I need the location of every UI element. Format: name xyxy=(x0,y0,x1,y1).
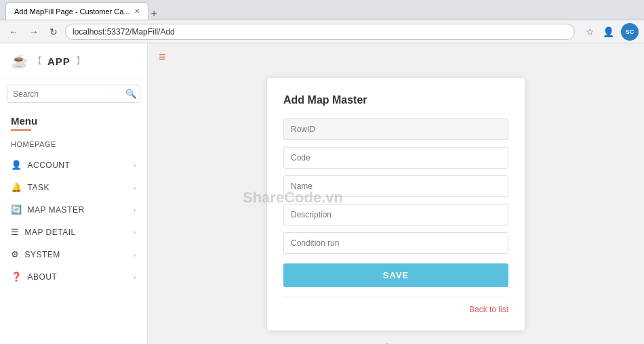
account-icon: 👤 xyxy=(11,160,22,170)
map-master-label: MAP MASTER xyxy=(28,205,85,215)
page-footer: Copyright © ShareCode.vn xyxy=(148,337,644,344)
sidebar-menu-underline xyxy=(11,129,31,131)
sidebar-bracket-close: 】 xyxy=(76,55,85,67)
description-field[interactable] xyxy=(283,204,508,225)
code-field[interactable] xyxy=(283,147,508,169)
card-footer: Back to list xyxy=(283,297,508,314)
sidebar-header: ☕ 【 APP 】 xyxy=(0,43,147,79)
about-arrow-icon: › xyxy=(134,273,136,281)
rowid-field xyxy=(283,119,508,140)
address-row: ← → ↻ localhost:53372/MapFill/Add ☆ 👤 SC xyxy=(0,20,644,43)
task-arrow-icon: › xyxy=(134,184,136,192)
sidebar-item-task[interactable]: 🔔 TASK › xyxy=(0,176,147,198)
map-detail-label: MAP DETAIL xyxy=(25,228,76,237)
account-arrow-icon: › xyxy=(134,161,136,169)
new-tab-button[interactable]: + xyxy=(148,7,160,20)
rowid-group xyxy=(283,119,508,140)
map-master-arrow-icon: › xyxy=(134,206,136,214)
star-icon[interactable]: ☆ xyxy=(583,25,597,39)
refresh-nav-button[interactable]: ↻ xyxy=(46,25,61,39)
save-button[interactable]: SAVE xyxy=(283,263,508,287)
sharecode-logo: SC xyxy=(621,23,639,41)
sidebar-bracket-open: 【 xyxy=(33,55,42,67)
address-text: localhost:53372/MapFill/Add xyxy=(73,27,175,37)
tab-title: Add MapFill Page - Customer Ca... xyxy=(14,7,130,16)
back-nav-button[interactable]: ← xyxy=(5,25,22,39)
forward-nav-button[interactable]: → xyxy=(26,25,42,39)
user-icon[interactable]: 👤 xyxy=(600,25,617,39)
sharecode-circle-logo: SC xyxy=(621,23,639,41)
browser-chrome: Add MapFill Page - Customer Ca... ✕ + xyxy=(0,0,644,20)
about-label: ABOUT xyxy=(28,272,58,282)
sidebar-item-about[interactable]: ❓ ABOUT › xyxy=(0,265,147,288)
sidebar-logo-icon: ☕ xyxy=(11,53,28,69)
active-tab[interactable]: Add MapFill Page - Customer Ca... ✕ xyxy=(5,2,148,20)
back-to-list-link[interactable]: Back to list xyxy=(469,305,508,314)
add-map-master-card: Add Map Master SAVE Back xyxy=(267,78,525,330)
content-topbar: ≡ xyxy=(148,43,644,71)
address-bar[interactable]: localhost:53372/MapFill/Add xyxy=(65,24,575,40)
search-box[interactable]: 🔍 xyxy=(7,85,140,103)
sidebar-menu-label: Menu xyxy=(0,108,147,129)
content-main: Add Map Master SAVE Back xyxy=(148,71,644,337)
system-label: SYSTEM xyxy=(25,250,60,259)
condition-run-group xyxy=(283,232,508,254)
sidebar-item-map-detail[interactable]: ☰ MAP DETAIL › xyxy=(0,221,147,243)
sidebar-item-account[interactable]: 👤 ACCOUNT › xyxy=(0,154,147,176)
system-arrow-icon: › xyxy=(134,251,136,259)
hamburger-icon[interactable]: ≡ xyxy=(159,50,166,64)
map-detail-arrow-icon: › xyxy=(134,228,136,236)
description-group xyxy=(283,204,508,225)
map-master-icon: 🔄 xyxy=(11,205,22,215)
system-icon: ⚙ xyxy=(11,249,20,259)
main-layout: ☕ 【 APP 】 🔍 Menu HOMEPAGE 👤 ACCOUNT › 🔔 … xyxy=(0,43,644,344)
sidebar-logo-text: APP xyxy=(47,56,71,67)
condition-run-field[interactable] xyxy=(283,232,508,254)
sidebar-item-system[interactable]: ⚙ SYSTEM › xyxy=(0,243,147,265)
sidebar-item-map-master[interactable]: 🔄 MAP MASTER › xyxy=(0,198,147,221)
tab-close-icon[interactable]: ✕ xyxy=(134,7,140,15)
account-label: ACCOUNT xyxy=(28,160,71,170)
content-area: ShareCode.vn ≡ Add Map Master xyxy=(148,43,644,344)
about-icon: ❓ xyxy=(11,272,22,282)
card-title: Add Map Master xyxy=(283,94,508,106)
search-button[interactable]: 🔍 xyxy=(120,85,140,102)
task-label: TASK xyxy=(28,183,49,192)
sidebar: ☕ 【 APP 】 🔍 Menu HOMEPAGE 👤 ACCOUNT › 🔔 … xyxy=(0,43,148,344)
sidebar-item-homepage[interactable]: HOMEPAGE xyxy=(0,135,147,154)
name-field[interactable] xyxy=(283,175,508,197)
name-group xyxy=(283,175,508,197)
search-input[interactable] xyxy=(7,86,120,102)
map-detail-icon: ☰ xyxy=(11,227,20,237)
code-group xyxy=(283,147,508,169)
task-icon: 🔔 xyxy=(11,182,22,192)
browser-icons: ☆ 👤 xyxy=(583,25,617,39)
browser-tabs: Add MapFill Page - Customer Ca... ✕ + xyxy=(5,0,160,20)
